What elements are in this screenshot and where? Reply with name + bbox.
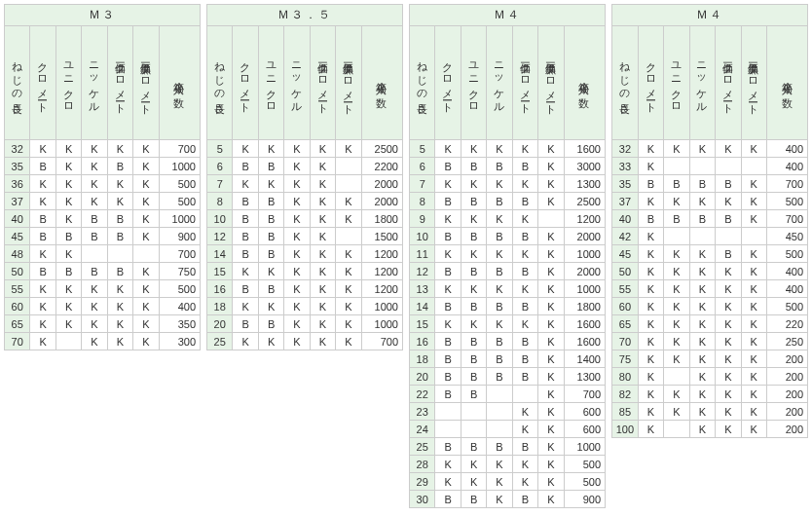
spec-table: Ｍ４ねじの長さクロメートユニクロニッケル三価クロメート三価黒クロメート小箱入り数… <box>611 4 808 438</box>
table-row: 18BBBBK1400 <box>410 350 606 368</box>
value-cell: K <box>741 315 766 333</box>
value-cell <box>741 158 766 175</box>
column-header-label: 小箱入り数 <box>578 29 590 134</box>
value-cell: K <box>638 315 663 333</box>
value-cell: K <box>435 245 461 263</box>
row-header: 35 <box>5 158 30 175</box>
column-header: ユニクロ <box>258 26 283 140</box>
value-cell: K <box>664 386 689 403</box>
value-cell: K <box>82 333 107 350</box>
qty-cell: 1000 <box>361 315 402 333</box>
qty-cell: 1000 <box>564 245 605 263</box>
value-cell: K <box>741 421 766 438</box>
qty-cell: 2500 <box>564 193 605 210</box>
row-header: 80 <box>612 368 639 386</box>
row-header: 32 <box>5 140 30 158</box>
value-cell: K <box>233 333 258 350</box>
row-header: 37 <box>5 193 30 210</box>
tables-container: Ｍ３ねじの長さクロメートユニクロニッケル三価クロメート三価黒クロメート小箱入り数… <box>4 4 808 508</box>
qty-cell: 1000 <box>361 298 402 315</box>
value-cell: K <box>538 473 564 491</box>
column-header-label: 三価クロメート <box>722 29 734 134</box>
value-cell: K <box>310 193 335 210</box>
value-cell: K <box>435 140 461 158</box>
value-cell: K <box>689 280 715 298</box>
value-cell: K <box>716 193 741 210</box>
value-cell <box>336 158 361 175</box>
value-cell: K <box>664 280 689 298</box>
qty-cell: 1300 <box>564 368 605 386</box>
qty-cell: 700 <box>564 386 605 403</box>
table-row: 33K400 <box>612 158 808 175</box>
qty-cell: 200 <box>766 403 807 421</box>
row-header: 10 <box>207 210 233 228</box>
qty-cell: 2000 <box>564 228 605 245</box>
value-cell: K <box>310 210 335 228</box>
value-cell: K <box>30 193 55 210</box>
table-row: 8BBBBK2500 <box>410 193 606 210</box>
table-row: 45BBBBK900 <box>5 228 201 245</box>
qty-cell: 500 <box>766 245 807 263</box>
column-header: ユニクロ <box>461 26 486 140</box>
value-cell: B <box>82 263 107 280</box>
column-header-label: 小箱入り数 <box>781 29 793 134</box>
row-header: 9 <box>410 210 435 228</box>
value-cell: K <box>284 315 310 333</box>
column-header: 三価クロメート <box>716 26 741 140</box>
row-header: 11 <box>410 245 435 263</box>
table-row: 14BBBBK1800 <box>410 298 606 315</box>
value-cell <box>689 228 715 245</box>
value-cell: K <box>664 245 689 263</box>
value-cell: K <box>435 315 461 333</box>
value-cell: K <box>741 140 766 158</box>
row-header: 25 <box>410 438 435 456</box>
value-cell: K <box>284 263 310 280</box>
value-cell: K <box>133 175 159 193</box>
value-cell: B <box>107 158 132 175</box>
value-cell: K <box>30 175 55 193</box>
value-cell: K <box>461 210 486 228</box>
value-cell: B <box>435 350 461 368</box>
value-cell: K <box>741 210 766 228</box>
value-cell: B <box>461 158 486 175</box>
qty-cell: 400 <box>159 298 200 315</box>
value-cell: K <box>664 298 689 315</box>
value-cell <box>336 228 361 245</box>
table-row: 25BBBBK1000 <box>410 438 606 456</box>
qty-cell: 2000 <box>564 263 605 280</box>
row-header: 32 <box>612 140 639 158</box>
value-cell: B <box>435 491 461 508</box>
value-cell <box>461 421 486 438</box>
value-cell: B <box>716 245 741 263</box>
value-cell: K <box>638 228 663 245</box>
value-cell: K <box>284 210 310 228</box>
value-cell: K <box>461 245 486 263</box>
value-cell: K <box>310 280 335 298</box>
value-cell: K <box>512 280 537 298</box>
value-cell: B <box>512 193 537 210</box>
value-cell: B <box>512 298 537 315</box>
value-cell: K <box>689 368 715 386</box>
value-cell: K <box>538 158 564 175</box>
column-header: ニッケル <box>487 26 512 140</box>
value-cell: K <box>716 280 741 298</box>
value-cell: K <box>30 280 55 298</box>
value-cell: K <box>336 263 361 280</box>
value-cell: B <box>487 438 512 456</box>
value-cell: K <box>310 158 335 175</box>
value-cell: K <box>310 263 335 280</box>
value-cell: K <box>716 350 741 368</box>
row-header: 100 <box>612 421 639 438</box>
value-cell: K <box>30 333 55 350</box>
value-cell: K <box>689 421 715 438</box>
table-row: 8BBKKK2000 <box>207 193 403 210</box>
value-cell: K <box>258 333 283 350</box>
qty-cell: 2000 <box>361 193 402 210</box>
value-cell: K <box>107 140 132 158</box>
value-cell: K <box>336 315 361 333</box>
row-header: 35 <box>612 175 639 193</box>
table-row: 80KKKK200 <box>612 368 808 386</box>
row-header: 33 <box>612 158 639 175</box>
column-header: 三価黒クロメート <box>741 26 766 140</box>
value-cell: K <box>55 140 81 158</box>
